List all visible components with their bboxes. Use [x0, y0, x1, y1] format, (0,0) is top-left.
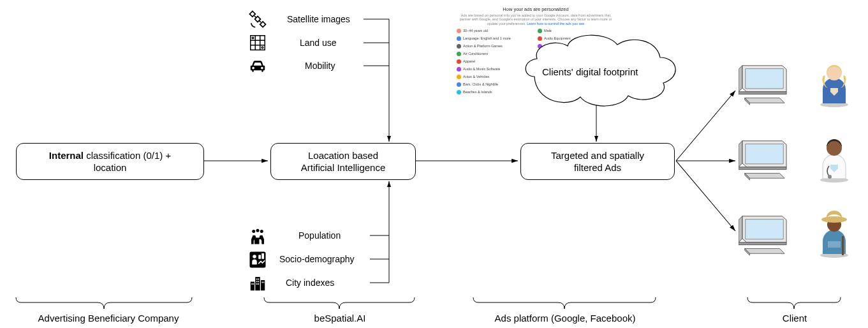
node-location-ai: Loacation based Artificial Intelligence [270, 143, 416, 180]
svg-rect-16 [249, 11, 255, 17]
label-population: Population [298, 230, 341, 241]
svg-rect-42 [256, 283, 258, 285]
node-internal-classification: Internal classification (0/1) + location [16, 143, 204, 180]
svg-line-13 [676, 91, 735, 161]
svg-rect-44 [251, 283, 253, 285]
node-internal-text: Internal classification (0/1) + location [49, 149, 171, 174]
client-persona-businesswoman [815, 59, 853, 107]
svg-rect-39 [258, 279, 260, 280]
client-monitor-1 [739, 64, 788, 106]
client-persona-farmer [815, 209, 853, 258]
node-ai-text: Loacation based Artificial Intelligence [301, 149, 386, 174]
label-sociodemo: Socio-demography [279, 254, 355, 264]
svg-rect-46 [262, 282, 263, 283]
svg-rect-47 [263, 282, 265, 283]
client-monitor-3 [739, 214, 788, 257]
svg-point-26 [252, 37, 254, 39]
sociodemo-icon [247, 250, 268, 270]
svg-rect-37 [261, 280, 265, 290]
svg-rect-43 [258, 283, 260, 285]
svg-point-57 [828, 175, 832, 179]
caption-ads-platform: Ads platform (Google, Facebook) [473, 313, 657, 324]
svg-line-20 [260, 21, 261, 23]
label-satellite: Satellite images [287, 14, 350, 24]
diagram-stage: How your ads are personalized Ads are ba… [0, 0, 868, 328]
node-ads-text: Targeted and spatially filtered Ads [551, 149, 644, 174]
svg-point-28 [252, 230, 255, 233]
label-cityindex: City indexes [286, 278, 334, 288]
node-targeted-ads: Targeted and spatially filtered Ads [520, 143, 675, 180]
label-mobility: Mobility [305, 61, 335, 71]
svg-point-29 [256, 229, 260, 232]
svg-line-15 [676, 161, 735, 231]
svg-line-19 [254, 16, 256, 18]
svg-point-27 [261, 47, 263, 48]
city-icon [247, 273, 268, 294]
svg-rect-40 [256, 281, 258, 282]
svg-rect-17 [260, 22, 266, 27]
svg-point-30 [260, 230, 263, 233]
caption-bespatial: beSpatial.AI [264, 313, 416, 324]
svg-rect-59 [828, 241, 841, 248]
svg-rect-38 [256, 279, 258, 280]
svg-rect-62 [842, 236, 844, 255]
population-icon [247, 226, 268, 246]
cloud-label: Clients' digital footprint [542, 66, 638, 77]
label-landuse: Land use [300, 38, 337, 48]
client-persona-doctor [815, 134, 853, 183]
svg-rect-41 [258, 281, 260, 282]
caption-client: Client [747, 313, 842, 324]
svg-point-61 [821, 216, 847, 223]
caption-advertiser: Advertising Beneficiary Company [16, 313, 201, 324]
svg-point-32 [253, 255, 256, 258]
svg-rect-33 [258, 255, 261, 259]
satellite-icon [247, 9, 268, 29]
svg-rect-36 [255, 277, 260, 290]
car-icon [247, 56, 268, 77]
client-monitor-2 [739, 139, 788, 181]
landuse-icon [247, 33, 268, 53]
svg-rect-35 [251, 282, 254, 291]
svg-rect-45 [253, 283, 254, 285]
svg-rect-34 [261, 253, 264, 259]
